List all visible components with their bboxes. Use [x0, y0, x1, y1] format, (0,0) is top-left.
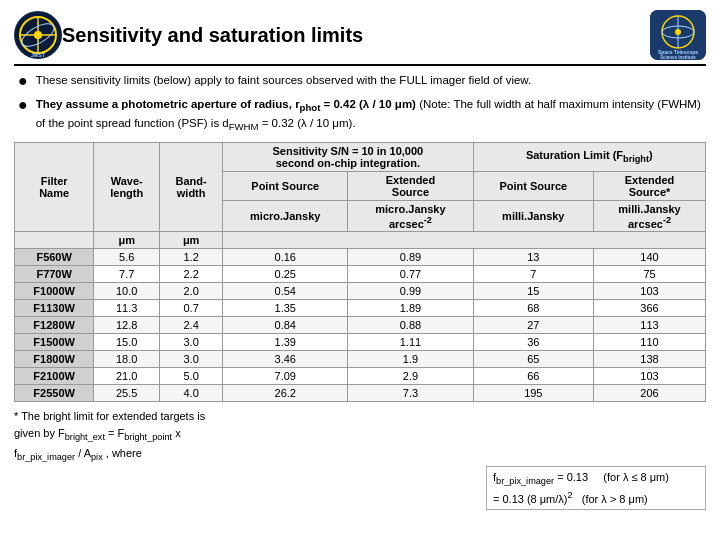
es-saturation-cell: 103	[594, 283, 706, 300]
col-unit-mj-arcsec: micro.Janskyarcsec-2	[348, 200, 473, 232]
wavelength-cell: 5.6	[94, 249, 160, 266]
col-unit-mj: micro.Jansky	[223, 200, 348, 232]
ps-saturation-cell: 68	[473, 300, 593, 317]
col-unit-millij-arcsec: milli.Janskyarcsec-2	[594, 200, 706, 232]
wavelength-cell: 11.3	[94, 300, 160, 317]
bandwidth-cell: 0.7	[160, 300, 223, 317]
es-saturation-cell: 140	[594, 249, 706, 266]
formula-line1: fbr_pix_imager = 0.13 (for λ ≤ 8 μm)	[493, 471, 699, 486]
table-row: F2550W25.54.026.27.3195206	[15, 385, 706, 402]
bullet-dot-2: ●	[18, 94, 28, 116]
col-wavelength: Wave-length	[94, 142, 160, 232]
ps-sensitivity-cell: 3.46	[223, 351, 348, 368]
col-extended-source-2: ExtendedSource*	[594, 171, 706, 200]
ps-sensitivity-cell: 1.35	[223, 300, 348, 317]
es-saturation-cell: 75	[594, 266, 706, 283]
col-point-source: Point Source	[223, 171, 348, 200]
bandwidth-cell: 1.2	[160, 249, 223, 266]
col-sensitivity-header: Sensitivity S/N = 10 in 10,000second on-…	[223, 142, 473, 171]
es-sensitivity-cell: 7.3	[348, 385, 473, 402]
ps-sensitivity-cell: 0.16	[223, 249, 348, 266]
filter-name-cell: F560W	[15, 249, 94, 266]
ps-saturation-cell: 15	[473, 283, 593, 300]
bandwidth-cell: 3.0	[160, 351, 223, 368]
svg-point-11	[675, 29, 681, 35]
filter-name-cell: F1130W	[15, 300, 94, 317]
es-sensitivity-cell: 0.99	[348, 283, 473, 300]
bullet-dot-1: ●	[18, 70, 28, 92]
ps-saturation-cell: 7	[473, 266, 593, 283]
col-saturation-header: Saturation Limit (Fbright)	[473, 142, 705, 171]
bullet-item-1: ● These sensitivity limits (below) apply…	[18, 72, 706, 92]
es-saturation-cell: 110	[594, 334, 706, 351]
es-sensitivity-cell: 1.89	[348, 300, 473, 317]
col-point-source-2: Point Source	[473, 171, 593, 200]
bullet-item-2: ● They assume a photometric aperture of …	[18, 96, 706, 133]
bandwidth-cell: 5.0	[160, 368, 223, 385]
filter-name-cell: F2100W	[15, 368, 94, 385]
ps-sensitivity-cell: 26.2	[223, 385, 348, 402]
ps-saturation-cell: 66	[473, 368, 593, 385]
ps-sensitivity-cell: 1.39	[223, 334, 348, 351]
ps-saturation-cell: 65	[473, 351, 593, 368]
wavelength-cell: 12.8	[94, 317, 160, 334]
bandwidth-cell: 2.0	[160, 283, 223, 300]
wavelength-cell: 10.0	[94, 283, 160, 300]
bullet-list: ● These sensitivity limits (below) apply…	[14, 72, 706, 134]
wavelength-cell: 21.0	[94, 368, 160, 385]
bandwidth-cell: 2.4	[160, 317, 223, 334]
filter-name-cell: F1800W	[15, 351, 94, 368]
wavelength-cell: 15.0	[94, 334, 160, 351]
bandwidth-cell: 4.0	[160, 385, 223, 402]
col-empty	[223, 232, 706, 249]
svg-text:Science Institute: Science Institute	[660, 55, 696, 60]
sensitivity-table: FilterName Wave-length Band-width Sensit…	[14, 142, 706, 403]
es-sensitivity-cell: 2.9	[348, 368, 473, 385]
col-extended-source: ExtendedSource	[348, 171, 473, 200]
bandwidth-cell: 2.2	[160, 266, 223, 283]
svg-point-5	[34, 31, 42, 39]
svg-text:JWST: JWST	[31, 52, 45, 58]
bullet-text-2: They assume a photometric aperture of ra…	[36, 96, 706, 133]
col-filter-name: FilterName	[15, 142, 94, 232]
col-um-1: μm	[94, 232, 160, 249]
bandwidth-cell: 3.0	[160, 334, 223, 351]
table-row: F1800W18.03.03.461.965138	[15, 351, 706, 368]
es-saturation-cell: 138	[594, 351, 706, 368]
header: JWST Sensitivity and saturation limits S…	[14, 10, 706, 66]
es-saturation-cell: 206	[594, 385, 706, 402]
ps-sensitivity-cell: 0.54	[223, 283, 348, 300]
col-bandwidth: Band-width	[160, 142, 223, 232]
ps-sensitivity-cell: 7.09	[223, 368, 348, 385]
table-row: F1000W10.02.00.540.9915103	[15, 283, 706, 300]
filter-name-cell: F770W	[15, 266, 94, 283]
table-row: F1280W12.82.40.840.8827113	[15, 317, 706, 334]
footer-line1: * The bright limit for extended targets …	[14, 410, 205, 458]
bullet-text-1: These sensitivity limits (below) apply t…	[36, 72, 706, 88]
formula-line2: = 0.13 (8 μm/λ)2 (for λ > 8 μm)	[493, 490, 699, 505]
es-sensitivity-cell: 1.9	[348, 351, 473, 368]
wavelength-cell: 7.7	[94, 266, 160, 283]
filter-name-cell: F1000W	[15, 283, 94, 300]
wavelength-cell: 25.5	[94, 385, 160, 402]
col-unit-millij: milli.Jansky	[473, 200, 593, 232]
es-sensitivity-cell: 0.89	[348, 249, 473, 266]
ps-saturation-cell: 27	[473, 317, 593, 334]
filter-name-cell: F1280W	[15, 317, 94, 334]
table-row: F2100W21.05.07.092.966103	[15, 368, 706, 385]
es-sensitivity-cell: 1.11	[348, 334, 473, 351]
table-row: F1500W15.03.01.391.1136110	[15, 334, 706, 351]
filter-name-cell: F1500W	[15, 334, 94, 351]
es-saturation-cell: 113	[594, 317, 706, 334]
es-sensitivity-cell: 0.88	[348, 317, 473, 334]
ps-saturation-cell: 195	[473, 385, 593, 402]
page: JWST Sensitivity and saturation limits S…	[0, 0, 720, 540]
wavelength-cell: 18.0	[94, 351, 160, 368]
table-row: F1130W11.30.71.351.8968366	[15, 300, 706, 317]
formula-box: fbr_pix_imager = 0.13 (for λ ≤ 8 μm) = 0…	[486, 466, 706, 510]
footer-note: * The bright limit for extended targets …	[14, 408, 706, 464]
es-saturation-cell: 103	[594, 368, 706, 385]
filter-name-cell: F2550W	[15, 385, 94, 402]
ps-saturation-cell: 36	[473, 334, 593, 351]
logo-right: Space Telescope Science Institute	[650, 10, 706, 60]
